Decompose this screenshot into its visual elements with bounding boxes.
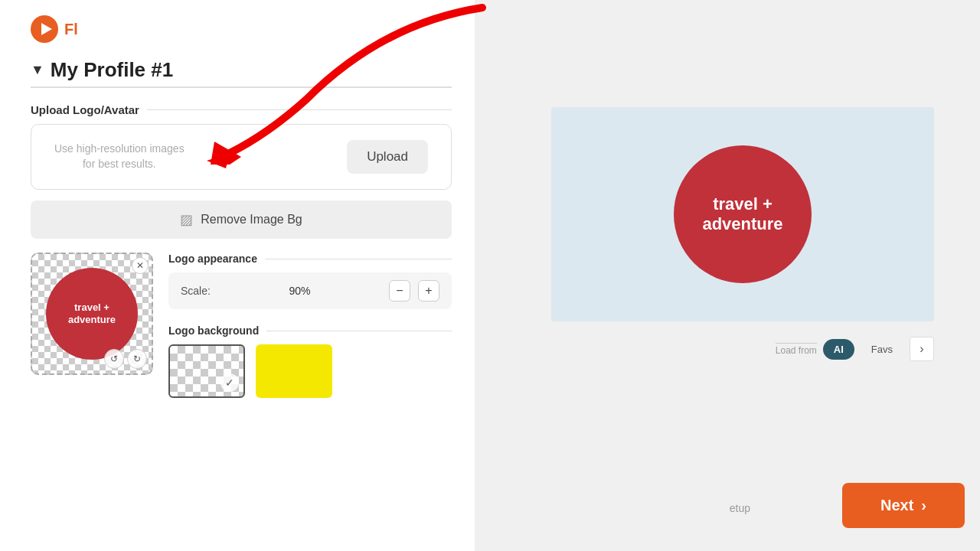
next-button[interactable]: Next › [842, 483, 965, 528]
preview-logo-circle: travel +adventure [674, 145, 812, 283]
load-from-chevron-button[interactable]: › [910, 337, 934, 361]
load-from-label: Load from [776, 343, 817, 356]
preview-area: travel +adventure [551, 107, 934, 321]
logo-appearance-label: Logo appearance [168, 253, 452, 265]
app-logo-text: Fl [64, 21, 78, 38]
scale-row: Scale: 90% − + [168, 272, 452, 309]
bg-options: ✓ [168, 344, 452, 398]
load-from-favs-button[interactable]: Favs [861, 339, 903, 360]
rotate-left-button[interactable]: ↺ [104, 349, 124, 369]
scale-increase-button[interactable]: + [418, 280, 439, 302]
scale-label: Scale: [181, 285, 211, 297]
logo-background-label: Logo background [168, 324, 452, 337]
logo-settings: Logo appearance Scale: 90% − + Logo back… [168, 253, 452, 398]
logo-controls-row: ✕ travel +adventure ↺ ↻ Logo appearance … [31, 253, 452, 398]
upload-section-label: Upload Logo/Avatar [31, 103, 452, 116]
thumbnail-close-button[interactable]: ✕ [132, 257, 149, 274]
logo-thumbnail: ✕ travel +adventure ↺ ↻ [31, 253, 153, 375]
upload-hint: Use high-resolution imagesfor best resul… [54, 142, 185, 171]
thumbnail-controls: ↺ ↻ [104, 349, 147, 369]
thumbnail-logo-text: travel +adventure [68, 302, 116, 325]
section-divider [31, 86, 452, 88]
profile-name: My Profile #1 [51, 58, 173, 82]
upload-box: Use high-resolution imagesfor best resul… [31, 124, 452, 190]
bg-option-transparent[interactable]: ✓ [168, 344, 245, 398]
app-logo-icon [31, 15, 58, 43]
load-from-ai-button[interactable]: AI [823, 339, 854, 360]
next-label: Next [880, 497, 913, 514]
collapse-arrow-icon[interactable]: ▼ [31, 62, 44, 78]
next-chevron-icon: › [921, 497, 926, 514]
preview-logo-text: travel +adventure [702, 194, 782, 235]
remove-bg-label: Remove Image Bg [201, 213, 302, 227]
left-panel: Fl ▼ My Profile #1 Upload Logo/Avatar Us… [0, 0, 482, 551]
rotate-right-button[interactable]: ↻ [127, 349, 147, 369]
bg-option-yellow[interactable] [256, 344, 332, 398]
remove-bg-icon: ▨ [180, 211, 193, 228]
check-mark-icon: ✓ [220, 373, 239, 392]
setup-label: etup [730, 502, 750, 514]
upload-button[interactable]: Upload [347, 140, 428, 174]
scale-value: 90% [218, 285, 381, 297]
app-logo: Fl [31, 15, 452, 43]
load-from-panel: Load from AI Favs › [776, 337, 934, 361]
remove-bg-button[interactable]: ▨ Remove Image Bg [31, 201, 452, 239]
profile-title: ▼ My Profile #1 [31, 58, 452, 82]
scale-decrease-button[interactable]: − [389, 280, 410, 302]
thumbnail-logo-circle: travel +adventure [46, 268, 138, 360]
